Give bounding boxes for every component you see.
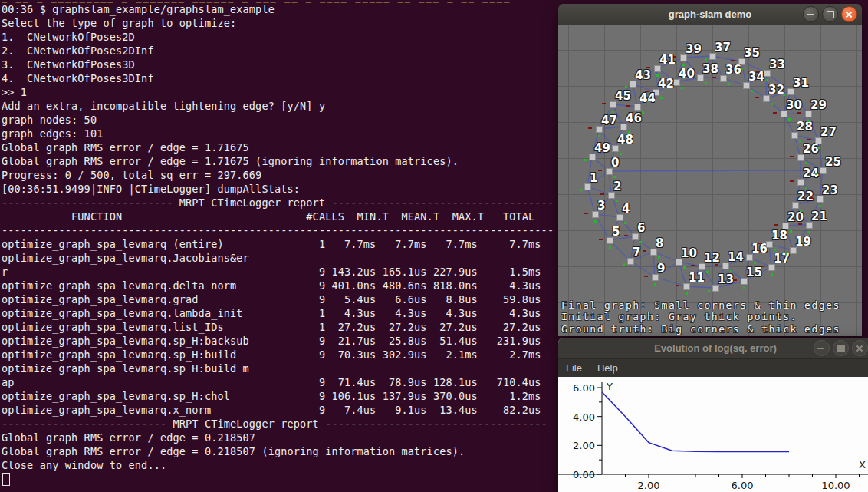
graph-node-label: 29 <box>810 98 827 112</box>
graph-node-label: 34 <box>748 70 764 84</box>
graph-node-label: 13 <box>718 272 734 286</box>
graph-node-label: 41 <box>659 53 676 67</box>
graph-node-label: 48 <box>617 133 633 147</box>
graph-node-label: 32 <box>768 83 784 97</box>
graph-slam-title: graph-slam demo <box>669 8 751 20</box>
svg-text:2.00: 2.00 <box>573 440 595 451</box>
svg-text:2.00: 2.00 <box>638 480 660 491</box>
graph-node-label: 38 <box>702 62 718 76</box>
graph-slam-demo-window: graph-slam demo 012345678910111213141516… <box>558 4 862 335</box>
close-button[interactable] <box>841 6 857 22</box>
graph-node-label: 35 <box>744 46 760 60</box>
legend-ground-truth: Ground truth: Big corners & thick edges <box>561 323 840 335</box>
terminal-cursor <box>2 473 10 486</box>
maximize-button[interactable] <box>833 340 849 356</box>
graph-3d-viewport[interactable]: 0123456789101112131415161718192021222324… <box>558 25 862 336</box>
graph-node-label: 14 <box>728 250 744 264</box>
terminal-window[interactable]: _ __ _ _________ _ _______ ______ _ ___ … <box>0 0 560 492</box>
graph-node-label: 20 <box>787 210 804 224</box>
error-chart[interactable]: 0.002.004.006.002.006.0010.00YX <box>558 377 868 492</box>
close-button[interactable] <box>852 340 868 356</box>
graph-slam-titlebar[interactable]: graph-slam demo <box>558 4 862 25</box>
graph-node-label: 47 <box>601 114 617 127</box>
error-plot-title: Evolution of log(sq. error) <box>654 342 777 354</box>
graph-node-label: 0 <box>611 156 619 170</box>
graph-node-label: 28 <box>797 120 813 134</box>
graph-node-label: 46 <box>626 111 642 125</box>
svg-text:Y: Y <box>606 381 613 392</box>
svg-text:6.00: 6.00 <box>573 382 595 394</box>
legend-initial-graph: Initial graph: Gray thick points. <box>561 311 840 323</box>
graph-node-label: 9 <box>657 262 665 276</box>
graph-node-label: 21 <box>811 210 827 223</box>
minimize-icon <box>807 14 814 15</box>
graph-node-label: 45 <box>615 89 631 103</box>
svg-text:X: X <box>859 459 866 471</box>
maximize-button[interactable] <box>822 6 838 22</box>
error-plot-titlebar[interactable]: Evolution of log(sq. error) <box>558 338 868 359</box>
svg-text:4.00: 4.00 <box>573 411 595 423</box>
graph-node-label: 43 <box>635 68 651 82</box>
menu-file[interactable]: File <box>558 361 590 375</box>
minimize-icon <box>817 348 824 349</box>
graph-node-label: 4 <box>622 202 630 216</box>
graph-node-label: 15 <box>746 266 762 279</box>
menubar: File Help <box>558 359 868 377</box>
maximize-icon <box>827 11 834 18</box>
graph-node-label: 37 <box>715 41 731 54</box>
graph-node-label: 39 <box>686 42 702 56</box>
terminal-output: 00:36 $ graphslam_example/graphslam_exam… <box>2 2 554 472</box>
graph-node-label: 36 <box>725 63 741 77</box>
svg-text:0.00: 0.00 <box>573 469 595 480</box>
graph-node-label: 6 <box>637 221 645 235</box>
graph-node-label: 42 <box>658 77 674 91</box>
graph-node-label: 44 <box>639 91 656 105</box>
graph-node-label: 40 <box>679 67 695 81</box>
graph-node-label: 8 <box>656 236 663 250</box>
minimize-button[interactable] <box>803 6 819 22</box>
legend-final-graph: Final graph: Small corners & thin edges <box>561 299 840 312</box>
maximize-icon <box>837 345 845 352</box>
graph-node-label: 18 <box>771 229 787 243</box>
graph-node-label: 23 <box>822 183 838 197</box>
graph-node-label: 33 <box>769 58 785 71</box>
error-plot-window: Evolution of log(sq. error) File Help 0.… <box>558 338 868 492</box>
minimize-button[interactable] <box>814 340 830 356</box>
menu-help[interactable]: Help <box>590 361 626 375</box>
graph-node-label: 12 <box>704 251 720 265</box>
graph-node-label: 22 <box>797 190 814 203</box>
graph-node-label: 11 <box>689 271 705 285</box>
graph-node-label: 30 <box>786 98 802 112</box>
graph-node-label: 27 <box>820 125 837 139</box>
graph-node-label: 49 <box>594 141 610 155</box>
graph-node-label: 3 <box>597 199 605 213</box>
graph-node-label: 25 <box>825 155 841 169</box>
graph-node-label: 2 <box>613 180 621 193</box>
graph-legend: Final graph: Small corners & thin edges … <box>561 299 840 335</box>
error-chart-plot: 0.002.004.006.002.006.0010.00YX <box>558 377 868 492</box>
graph-node-label: 7 <box>633 246 640 259</box>
svg-text:10.00: 10.00 <box>821 480 850 491</box>
graph-node-label: 31 <box>793 76 809 90</box>
graph-node-label: 1 <box>590 171 597 185</box>
graph-node-label: 5 <box>612 225 620 239</box>
graph-node-label: 19 <box>795 235 811 249</box>
svg-text:6.00: 6.00 <box>732 480 754 491</box>
graph-node-label: 10 <box>681 246 697 260</box>
